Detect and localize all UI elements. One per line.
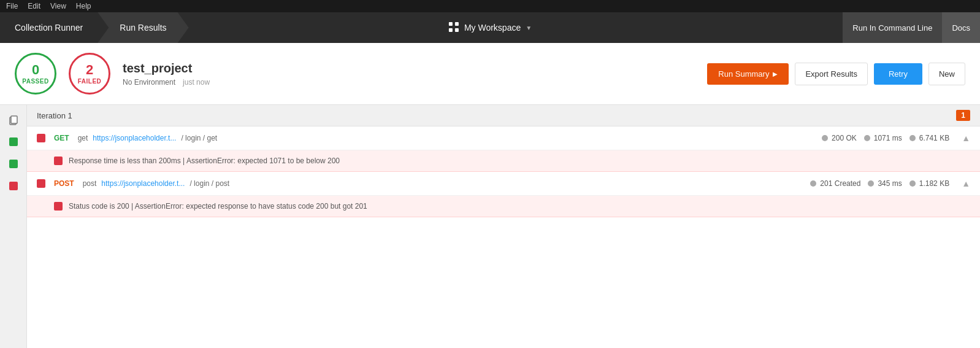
docs-button[interactable]: Docs	[942, 12, 980, 43]
project-meta: No Environment just now	[123, 78, 695, 87]
export-results-button[interactable]: Export Results	[795, 63, 868, 85]
error-text-2: Status code is 200 | AssertionError: exp…	[69, 202, 367, 211]
project-info: test_project No Environment just now	[123, 61, 695, 87]
error-text-1: Response time is less than 200ms | Asser…	[69, 157, 340, 165]
svg-rect-5	[11, 116, 17, 123]
empty-area	[27, 217, 980, 328]
run-summary-button[interactable]: Run Summary	[707, 63, 789, 85]
iteration-badge: 1	[956, 110, 970, 121]
method-badge-get: GET	[50, 133, 73, 144]
new-button[interactable]: New	[928, 63, 965, 85]
nav-bar: Collection Runner Run Results My Workspa…	[0, 12, 980, 43]
sidebar-icon-copy[interactable]	[5, 111, 22, 128]
error-icon-2	[54, 202, 63, 211]
header-actions: Run Summary Export Results Retry New	[707, 63, 965, 85]
tab-collection-runner[interactable]: Collection Runner	[0, 12, 98, 43]
workspace-selector[interactable]: My Workspace ▼	[448, 21, 532, 34]
request-path-1: / login / get	[181, 134, 217, 142]
expand-arrow-2[interactable]: ▲	[962, 179, 970, 188]
stat-dot-size-2	[909, 180, 916, 187]
main-content: Iteration 1 1 GET get https://jsonplaceh…	[0, 105, 980, 348]
method-name-get: get	[78, 134, 88, 142]
request-path-2: / login / post	[189, 179, 229, 188]
project-time: just now	[183, 78, 210, 87]
svg-rect-6	[9, 137, 18, 146]
method-name-post: post	[83, 179, 97, 188]
retry-button[interactable]: Retry	[874, 63, 922, 85]
table-row: GET get https://jsonplaceholder.t... / l…	[27, 126, 980, 150]
error-row-1: Response time is less than 200ms | Asser…	[27, 150, 980, 172]
menu-file[interactable]: File	[6, 2, 18, 10]
status-indicator-failed	[37, 134, 45, 142]
status-indicator-failed-2	[37, 179, 45, 188]
workspace-icon	[448, 21, 459, 34]
iteration-header: Iteration 1 1	[27, 105, 980, 126]
results-panel: Iteration 1 1 GET get https://jsonplaceh…	[27, 105, 980, 348]
stat-dot-size-1	[909, 135, 916, 141]
menu-bar: File Edit View Help	[0, 0, 980, 12]
stat-size-1: 6.741 KB	[909, 134, 949, 142]
menu-view[interactable]: View	[50, 2, 66, 10]
stat-time-2: 345 ms	[868, 179, 902, 188]
menu-edit[interactable]: Edit	[28, 2, 40, 10]
request-stats-1: 200 OK 1071 ms 6.741 KB ▲	[822, 133, 970, 143]
sidebar-icon-green1[interactable]	[5, 133, 22, 150]
error-icon-1	[54, 157, 63, 165]
request-url-2[interactable]: https://jsonplaceholder.t...	[101, 179, 185, 188]
request-url-1[interactable]: https://jsonplaceholder.t...	[93, 134, 176, 142]
expand-arrow-1[interactable]: ▲	[962, 133, 970, 143]
tab-run-results[interactable]: Run Results	[98, 12, 188, 43]
stat-status-1: 200 OK	[822, 134, 857, 142]
request-stats-2: 201 Created 345 ms 1.182 KB ▲	[810, 179, 970, 188]
stat-time-1: 1071 ms	[864, 134, 902, 142]
sidebar-icon-green2[interactable]	[5, 155, 22, 172]
svg-rect-3	[455, 28, 459, 32]
menu-help[interactable]: Help	[76, 2, 91, 10]
header-section: 0 PASSED 2 FAILED test_project No Enviro…	[0, 43, 980, 105]
svg-rect-2	[449, 28, 453, 32]
svg-rect-1	[455, 22, 459, 26]
passed-circle: 0 PASSED	[15, 53, 56, 95]
iteration-label: Iteration 1	[37, 111, 72, 120]
method-badge-post: POST	[50, 178, 78, 189]
nav-right-actions: Run In Command Line Docs	[843, 12, 980, 43]
svg-rect-7	[9, 160, 18, 168]
stat-status-2: 201 Created	[810, 179, 860, 188]
svg-rect-8	[9, 182, 18, 190]
stat-size-2: 1.182 KB	[909, 179, 949, 188]
project-title: test_project	[123, 61, 695, 75]
chevron-down-icon: ▼	[526, 25, 532, 31]
table-row: POST post https://jsonplaceholder.t... /…	[27, 172, 980, 196]
error-row-2: Status code is 200 | AssertionError: exp…	[27, 196, 980, 217]
run-command-line-button[interactable]: Run In Command Line	[843, 12, 942, 43]
project-environment: No Environment	[123, 78, 175, 87]
svg-rect-0	[449, 22, 453, 26]
stat-dot-2	[810, 180, 816, 187]
failed-circle: 2 FAILED	[69, 53, 110, 95]
stat-dot-1	[822, 135, 828, 141]
sidebar-icon-red[interactable]	[5, 177, 22, 195]
stat-dot-time-2	[868, 180, 874, 187]
sidebar	[0, 105, 27, 348]
stat-dot-time-1	[864, 135, 870, 141]
